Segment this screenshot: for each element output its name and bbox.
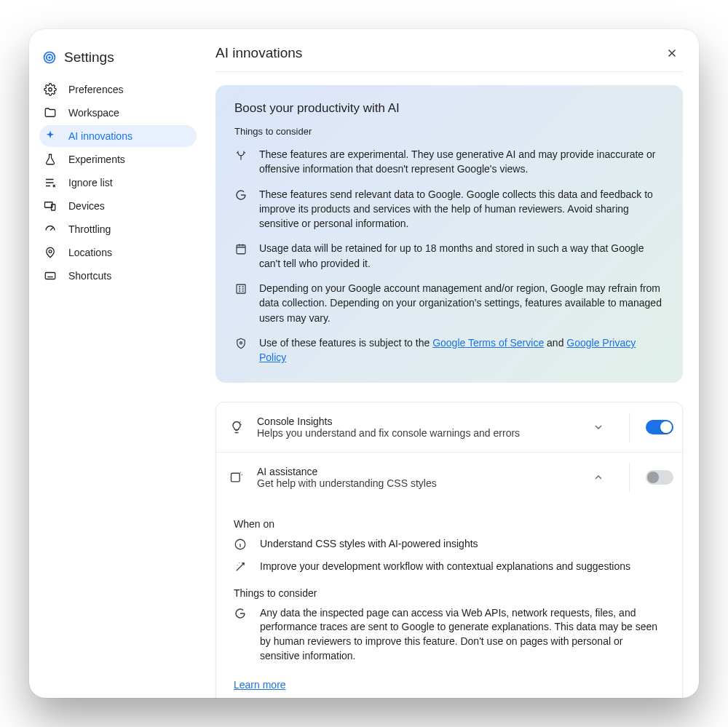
settings-window: Settings Preferences Workspace AI innova… xyxy=(29,29,699,698)
chevron-up-icon xyxy=(593,472,604,483)
consider-heading: Things to consider xyxy=(234,587,665,599)
sidebar-item-label: Devices xyxy=(68,200,105,212)
promo-item-managed: Depending on your Google account managem… xyxy=(234,281,664,325)
sidebar-item-label: Experiments xyxy=(68,154,125,165)
promo-item-terms: Use of these features is subject to the … xyxy=(234,335,664,365)
sidebar-item-label: Ignore list xyxy=(68,177,113,188)
sidebar-item-experiments[interactable]: Experiments xyxy=(39,148,197,170)
feature-title: AI assistance xyxy=(257,466,575,477)
info-icon xyxy=(234,537,248,552)
sidebar-item-ignore-list[interactable]: Ignore list xyxy=(39,172,197,194)
sidebar-item-label: Workspace xyxy=(68,107,119,119)
sidebar-item-shortcuts[interactable]: Shortcuts xyxy=(39,265,197,287)
console-insights-toggle[interactable] xyxy=(646,420,673,434)
promo-item-text: These features are experimental. They us… xyxy=(259,147,664,177)
promo-item-text: Usage data will be retained for up to 18… xyxy=(259,241,664,271)
google-logo-icon xyxy=(234,187,248,231)
sparkle-icon xyxy=(44,130,57,143)
ai-assistance-toggle[interactable] xyxy=(646,470,673,485)
sidebar-item-label: Preferences xyxy=(68,84,123,95)
feature-card: Console Insights Helps you understand an… xyxy=(215,402,683,698)
when-on-text: Understand CSS styles with AI-powered in… xyxy=(260,537,478,552)
gear-icon xyxy=(44,83,57,96)
enterprise-icon xyxy=(234,281,248,325)
close-icon xyxy=(665,47,678,60)
feature-ai-assistance: AI assistance Get help with understandin… xyxy=(216,452,682,502)
sidebar: Settings Preferences Workspace AI innova… xyxy=(29,29,199,698)
feature-description: Get help with understanding CSS styles xyxy=(257,477,575,489)
sidebar-item-locations[interactable]: Locations xyxy=(39,242,197,263)
ai-assistance-details: When on Understand CSS styles with AI-po… xyxy=(216,502,682,698)
google-logo-icon xyxy=(234,606,248,663)
terms-of-service-link[interactable]: Google Terms of Service xyxy=(432,337,544,349)
promo-list: These features are experimental. They us… xyxy=(234,147,664,365)
calendar-icon xyxy=(234,241,248,271)
svg-rect-8 xyxy=(237,245,245,254)
code-sparkle-icon xyxy=(229,470,245,485)
separator xyxy=(629,413,630,442)
sidebar-item-label: Throttling xyxy=(68,223,111,235)
when-on-item: Improve your development workflow with c… xyxy=(234,560,665,574)
terms-mid: and xyxy=(544,337,566,349)
svg-point-10 xyxy=(240,342,242,344)
promo-item-text: Depending on your Google account managem… xyxy=(259,281,664,325)
learn-more-link[interactable]: Learn more xyxy=(234,679,286,691)
feature-console-insights: Console Insights Helps you understand an… xyxy=(216,402,682,452)
close-button[interactable] xyxy=(661,42,683,64)
feature-title: Console Insights xyxy=(257,416,575,427)
promo-subtitle: Things to consider xyxy=(234,126,664,137)
sidebar-item-label: Locations xyxy=(68,247,112,258)
svg-point-6 xyxy=(49,250,52,253)
ai-promo-card: Boost your productivity with AI Things t… xyxy=(215,85,683,383)
svg-point-2 xyxy=(48,56,50,58)
sidebar-item-label: Shortcuts xyxy=(68,270,111,282)
page-title: AI innovations xyxy=(215,45,302,61)
separator xyxy=(629,463,630,492)
consider-item: Any data the inspected page can access v… xyxy=(234,606,665,663)
flask-icon xyxy=(44,153,57,166)
sidebar-item-throttling[interactable]: Throttling xyxy=(39,218,197,240)
seedling-icon xyxy=(234,147,248,177)
folder-icon xyxy=(44,106,57,119)
keyboard-icon xyxy=(44,269,57,282)
sidebar-title: Settings xyxy=(64,49,114,65)
promo-item-retention: Usage data will be retained for up to 18… xyxy=(234,241,664,271)
consider-text: Any data the inspected page can access v… xyxy=(260,606,665,663)
devtools-logo-icon xyxy=(42,50,57,65)
sidebar-item-workspace[interactable]: Workspace xyxy=(39,102,197,124)
svg-rect-11 xyxy=(232,473,240,482)
sidebar-item-preferences[interactable]: Preferences xyxy=(39,79,197,100)
sidebar-item-ai-innovations[interactable]: AI innovations xyxy=(39,125,197,147)
main-content: AI innovations Boost your productivity w… xyxy=(199,29,699,698)
lightbulb-icon xyxy=(229,420,245,434)
feature-body: AI assistance Get help with understandin… xyxy=(257,466,575,489)
svg-rect-9 xyxy=(237,285,245,293)
gauge-icon xyxy=(44,223,57,236)
main-header: AI innovations xyxy=(215,42,683,72)
promo-title: Boost your productivity with AI xyxy=(234,101,664,116)
magic-wand-icon xyxy=(234,560,248,574)
when-on-heading: When on xyxy=(234,518,665,530)
feature-description: Helps you understand and fix console war… xyxy=(257,427,575,439)
promo-item-text: Use of these features is subject to the … xyxy=(259,335,664,365)
chevron-down-icon xyxy=(593,421,604,433)
policy-shield-icon xyxy=(234,335,248,365)
collapse-ai-assistance-button[interactable] xyxy=(587,466,610,489)
sidebar-header: Settings xyxy=(39,42,197,79)
devices-icon xyxy=(44,199,57,212)
sidebar-item-devices[interactable]: Devices xyxy=(39,195,197,217)
terms-prefix: Use of these features is subject to the xyxy=(259,337,432,349)
svg-point-3 xyxy=(49,88,52,92)
sidebar-item-label: AI innovations xyxy=(68,130,132,142)
svg-rect-7 xyxy=(45,273,55,279)
location-pin-icon xyxy=(44,246,57,259)
ignore-list-icon xyxy=(44,176,57,189)
promo-item-experimental: These features are experimental. They us… xyxy=(234,147,664,177)
feature-body: Console Insights Helps you understand an… xyxy=(257,416,575,439)
promo-item-text: These features send relevant data to Goo… xyxy=(259,187,664,231)
when-on-item: Understand CSS styles with AI-powered in… xyxy=(234,537,665,552)
when-on-text: Improve your development workflow with c… xyxy=(260,560,630,574)
expand-console-insights-button[interactable] xyxy=(587,416,610,439)
sidebar-nav: Preferences Workspace AI innovations Exp… xyxy=(39,79,197,287)
promo-item-data-collection: These features send relevant data to Goo… xyxy=(234,187,664,231)
